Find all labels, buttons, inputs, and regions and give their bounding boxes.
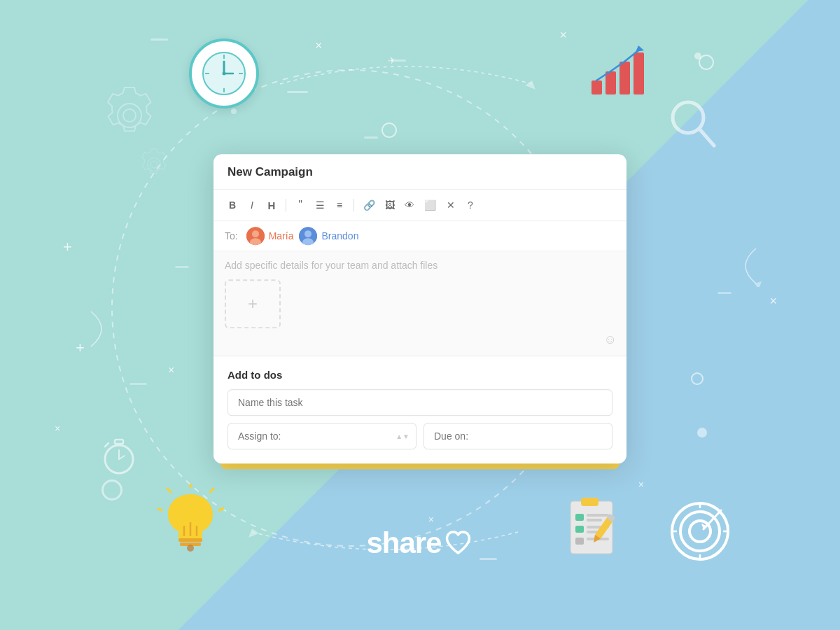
list-numbered-button[interactable]: ≡ bbox=[332, 197, 347, 213]
svg-marker-16 bbox=[525, 80, 536, 90]
preview-button[interactable]: 👁 bbox=[402, 197, 417, 213]
campaign-title: New Campaign bbox=[227, 165, 313, 178]
x-symbol-5: × bbox=[168, 364, 174, 377]
svg-marker-18 bbox=[248, 528, 259, 538]
heading-button[interactable]: H bbox=[264, 197, 279, 214]
dash-2 bbox=[364, 136, 378, 139]
logo-text: share bbox=[366, 526, 441, 560]
to-field: To: María bbox=[214, 221, 626, 251]
logo-heart-icon bbox=[443, 528, 474, 559]
svg-point-62 bbox=[304, 230, 312, 237]
list-bullet-button[interactable]: ☰ bbox=[312, 197, 328, 213]
attach-box[interactable]: + bbox=[225, 279, 281, 328]
todos-section: Add to dos ▲▼ bbox=[214, 356, 626, 463]
card: New Campaign B I H " ☰ ≡ 🔗 🖼 👁 ⬜ ✕ ? To: bbox=[214, 154, 626, 463]
task-details-row: ▲▼ bbox=[227, 423, 612, 449]
svg-text:✈: ✈ bbox=[387, 56, 398, 66]
toolbar-sep-1 bbox=[286, 199, 286, 211]
assign-input[interactable] bbox=[227, 423, 416, 449]
svg-point-59 bbox=[252, 230, 259, 237]
dot-3 bbox=[697, 428, 707, 438]
dash-4 bbox=[175, 266, 189, 268]
dash-5 bbox=[130, 383, 147, 385]
plus-symbol-1: + bbox=[63, 238, 72, 256]
plus-symbol-2: + bbox=[76, 339, 85, 357]
x-symbol-6: × bbox=[55, 423, 60, 434]
remove-button[interactable]: ✕ bbox=[443, 197, 458, 213]
toolbar-sep-2 bbox=[354, 199, 354, 211]
dash-6 bbox=[718, 292, 732, 294]
circle-outline-1 bbox=[382, 122, 397, 138]
due-input[interactable] bbox=[424, 423, 612, 449]
x-symbol-4: × bbox=[769, 294, 777, 309]
x-symbol-8: × bbox=[638, 479, 644, 490]
assign-wrapper: ▲▼ bbox=[227, 423, 416, 449]
curve-left bbox=[84, 308, 119, 350]
dot-1 bbox=[694, 52, 701, 59]
due-wrapper bbox=[424, 423, 612, 449]
card-header: New Campaign bbox=[214, 154, 626, 190]
main-card-container: New Campaign B I H " ☰ ≡ 🔗 🖼 👁 ⬜ ✕ ? To: bbox=[214, 154, 626, 463]
circle-outline-3 bbox=[102, 479, 122, 500]
x-symbol-2: × bbox=[559, 28, 567, 43]
image-button[interactable]: 🖼 bbox=[382, 197, 398, 213]
message-placeholder: Add specific details for your team and a… bbox=[225, 260, 615, 271]
to-label: To: bbox=[225, 230, 238, 241]
name-maria: María bbox=[269, 230, 294, 241]
dot-2 bbox=[231, 108, 237, 114]
recipient-maria[interactable]: María bbox=[246, 227, 294, 245]
italic-button[interactable]: I bbox=[244, 197, 260, 213]
arrow-curve-top: ✈ bbox=[273, 56, 539, 98]
attach-plus-icon: + bbox=[248, 294, 258, 314]
name-brandon: Brandon bbox=[321, 230, 358, 241]
embed-button[interactable]: ⬜ bbox=[421, 197, 439, 213]
svg-marker-19 bbox=[755, 281, 762, 287]
help-button[interactable]: ? bbox=[463, 197, 478, 213]
logo: share bbox=[366, 526, 473, 560]
quote-button[interactable]: " bbox=[293, 197, 308, 214]
bold-button[interactable]: B bbox=[225, 197, 240, 213]
link-button[interactable]: 🔗 bbox=[360, 197, 378, 213]
recipient-brandon[interactable]: Brandon bbox=[299, 227, 358, 245]
dash-3 bbox=[150, 38, 168, 41]
message-area[interactable]: Add specific details for your team and a… bbox=[214, 251, 626, 356]
task-name-input[interactable] bbox=[227, 389, 612, 416]
todos-title: Add to dos bbox=[227, 369, 612, 381]
toolbar: B I H " ☰ ≡ 🔗 🖼 👁 ⬜ ✕ ? bbox=[214, 190, 626, 221]
curve-right bbox=[728, 245, 763, 287]
avatar-brandon bbox=[299, 227, 317, 245]
x-symbol-1: × bbox=[315, 38, 323, 53]
circle-outline-2 bbox=[691, 372, 704, 385]
emoji-button[interactable]: ☺ bbox=[604, 332, 617, 347]
avatar-maria bbox=[246, 227, 265, 245]
